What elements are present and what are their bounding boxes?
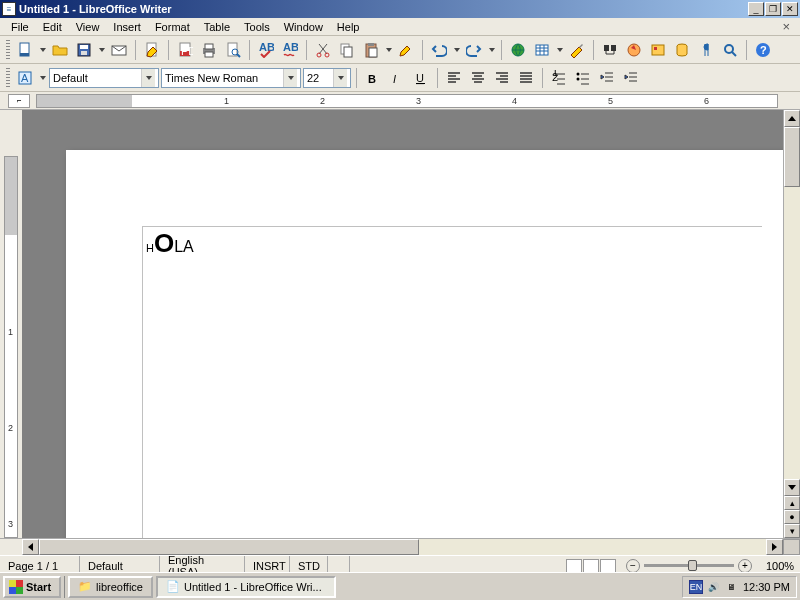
save-dropdown[interactable] [97, 48, 106, 52]
new-dropdown[interactable] [38, 48, 47, 52]
view-single-page-button[interactable] [566, 559, 582, 573]
maximize-button[interactable]: ❐ [765, 2, 781, 16]
taskbar-libreoffice[interactable]: 📁 libreoffice [68, 576, 153, 598]
align-left-button[interactable] [443, 67, 465, 89]
undo-dropdown[interactable] [452, 48, 461, 52]
clock[interactable]: 12:30 PM [743, 581, 790, 593]
view-book-button[interactable] [600, 559, 616, 573]
menu-edit[interactable]: Edit [36, 19, 69, 35]
scroll-down-button[interactable] [784, 479, 800, 496]
minimize-button[interactable]: _ [748, 2, 764, 16]
menu-help[interactable]: Help [330, 19, 367, 35]
zoom-slider[interactable]: − + [620, 559, 758, 573]
nav-select-button[interactable]: ● [784, 510, 800, 524]
menu-tools[interactable]: Tools [237, 19, 277, 35]
table-dropdown[interactable] [555, 48, 564, 52]
scroll-up-button[interactable] [784, 110, 800, 127]
edit-file-button[interactable] [141, 39, 163, 61]
zoom-in-button[interactable]: + [738, 559, 752, 573]
language-indicator[interactable]: EN [689, 580, 703, 594]
page-viewport[interactable]: HOLA [22, 110, 783, 538]
svg-text:B: B [368, 73, 376, 85]
close-button[interactable]: ✕ [782, 2, 798, 16]
paste-button[interactable] [360, 39, 382, 61]
format-paintbrush-button[interactable] [395, 39, 417, 61]
next-page-button[interactable]: ▾ [784, 524, 800, 538]
undo-button[interactable] [428, 39, 450, 61]
font-size-value: 22 [307, 72, 319, 84]
navigator-button[interactable] [623, 39, 645, 61]
spellcheck-button[interactable]: ABC [255, 39, 277, 61]
menu-window[interactable]: Window [277, 19, 330, 35]
redo-button[interactable] [463, 39, 485, 61]
styles-button[interactable]: A [14, 67, 36, 89]
show-draw-button[interactable] [566, 39, 588, 61]
ruler-corner[interactable]: ⌐ [8, 94, 30, 108]
scroll-left-button[interactable] [22, 539, 39, 555]
scroll-thumb[interactable] [784, 127, 800, 187]
vertical-ruler[interactable]: 1 2 3 [4, 156, 18, 538]
open-button[interactable] [49, 39, 71, 61]
menu-view[interactable]: View [69, 19, 107, 35]
decrease-indent-button[interactable] [596, 67, 618, 89]
zoom-button[interactable] [719, 39, 741, 61]
svg-text:ABC: ABC [259, 42, 274, 53]
align-center-button[interactable] [467, 67, 489, 89]
zoom-track[interactable] [644, 564, 734, 567]
nonprinting-button[interactable] [695, 39, 717, 61]
preview-button[interactable] [222, 39, 244, 61]
horizontal-ruler[interactable]: 1 2 3 4 5 6 [36, 94, 778, 108]
scroll-right-button[interactable] [766, 539, 783, 555]
document-text[interactable]: HOLA [146, 228, 194, 259]
align-right-button[interactable] [491, 67, 513, 89]
menu-file[interactable]: File [4, 19, 36, 35]
hyperlink-button[interactable] [507, 39, 529, 61]
paragraph-style-combo[interactable]: Default [49, 68, 159, 88]
toolbar-grip[interactable] [6, 40, 10, 60]
vertical-scrollbar[interactable]: ▴ ● ▾ [783, 110, 800, 538]
bullet-list-button[interactable] [572, 67, 594, 89]
bold-button[interactable]: B [362, 67, 384, 89]
zoom-knob[interactable] [688, 560, 697, 571]
numbered-list-button[interactable]: 12 [548, 67, 570, 89]
paste-dropdown[interactable] [384, 48, 393, 52]
system-tray: EN 🔊 🖥 12:30 PM [682, 576, 797, 598]
toolbar-grip[interactable] [6, 68, 10, 88]
cut-button[interactable] [312, 39, 334, 61]
print-button[interactable] [198, 39, 220, 61]
horizontal-scrollbar[interactable] [0, 538, 800, 555]
view-multi-page-button[interactable] [583, 559, 599, 573]
svg-rect-4 [81, 51, 87, 55]
help-button[interactable]: ? [752, 39, 774, 61]
italic-button[interactable]: I [386, 67, 408, 89]
save-button[interactable] [73, 39, 95, 61]
export-pdf-button[interactable]: PDF [174, 39, 196, 61]
zoom-out-button[interactable]: − [626, 559, 640, 573]
prev-page-button[interactable]: ▴ [784, 496, 800, 510]
menu-table[interactable]: Table [197, 19, 237, 35]
font-name-combo[interactable]: Times New Roman [161, 68, 301, 88]
font-size-combo[interactable]: 22 [303, 68, 351, 88]
styles-dropdown[interactable] [38, 76, 47, 80]
redo-dropdown[interactable] [487, 48, 496, 52]
doc-close-button[interactable]: × [776, 19, 796, 34]
datasources-button[interactable] [671, 39, 693, 61]
start-button[interactable]: Start [3, 576, 61, 598]
menu-format[interactable]: Format [148, 19, 197, 35]
table-button[interactable] [531, 39, 553, 61]
find-button[interactable] [599, 39, 621, 61]
underline-button[interactable]: U [410, 67, 432, 89]
auto-spellcheck-button[interactable]: ABC [279, 39, 301, 61]
taskbar-writer-doc[interactable]: 📄 Untitled 1 - LibreOffice Wri... [156, 576, 336, 598]
copy-button[interactable] [336, 39, 358, 61]
menu-insert[interactable]: Insert [106, 19, 148, 35]
svg-rect-26 [604, 45, 609, 51]
display-icon[interactable]: 🖥 [725, 580, 739, 594]
align-justify-button[interactable] [515, 67, 537, 89]
menubar: File Edit View Insert Format Table Tools… [0, 18, 800, 36]
volume-icon[interactable]: 🔊 [707, 580, 721, 594]
gallery-button[interactable] [647, 39, 669, 61]
increase-indent-button[interactable] [620, 67, 642, 89]
email-button[interactable] [108, 39, 130, 61]
new-button[interactable] [14, 39, 36, 61]
